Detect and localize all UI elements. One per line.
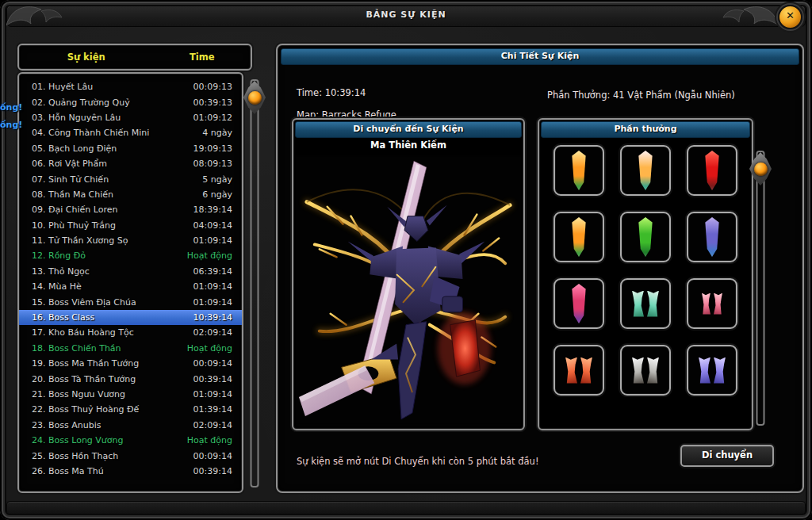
event-row-label: 22. Boss Thuỷ Hoàng Đế xyxy=(32,404,172,415)
event-row-time: 01:39:14 xyxy=(172,404,232,415)
event-row[interactable]: 23. Boss Anubis 02:09:14 xyxy=(19,418,242,433)
boss-image xyxy=(296,155,521,426)
event-row-time: 00:09:14 xyxy=(172,451,232,461)
event-row[interactable]: 11. Tử Thần Xương Sọ 01:09:14 xyxy=(19,233,242,248)
bottom-frame xyxy=(6,501,806,515)
event-row[interactable]: 15. Boss Viêm Địa Chúa 01:09:14 xyxy=(19,294,242,309)
reward-slot[interactable] xyxy=(620,145,671,196)
event-row[interactable]: 20. Boss Tà Thần Tướng 00:39:14 xyxy=(19,371,242,386)
footer-note: Sự kiện sẽ mở nút Di Chuyển khi còn 5 ph… xyxy=(297,456,539,467)
boss-illustration-icon xyxy=(296,155,521,425)
corner-ornament-icon xyxy=(5,2,63,29)
event-row-time: 06:39:14 xyxy=(172,266,232,277)
event-list: 01. Huyết Lâu 00:09:13 02. Quảng Trường … xyxy=(17,72,243,493)
event-time-text: Time: 10:39:14 xyxy=(297,87,366,98)
scrollbar-thumb[interactable] xyxy=(243,81,266,114)
corner-ornament-icon xyxy=(722,2,780,29)
reward-slot[interactable] xyxy=(553,145,604,196)
jewel-pink-icon xyxy=(555,280,603,327)
event-row[interactable]: 14. Mùa Hè 01:09:14 xyxy=(19,279,242,294)
event-row-time: 01:09:14 xyxy=(172,235,232,246)
event-row[interactable]: 08. Thần Ma Chiến 6 ngày xyxy=(19,187,242,202)
event-row[interactable]: 03. Hỗn Nguyên Lâu 01:09:12 xyxy=(19,110,242,125)
reward-slot[interactable] xyxy=(687,345,737,396)
scrollbar-track[interactable] xyxy=(251,79,259,488)
event-row-label: 10. Phù Thuỷ Trắng xyxy=(32,220,172,231)
scrollbar-thumb-ball xyxy=(754,162,768,176)
event-details-panel: Chi Tiết Sự Kiện Time: 10:39:14 Phần Thư… xyxy=(276,44,804,493)
event-row[interactable]: 04. Công Thành Chiến Mini 4 ngày xyxy=(19,125,242,140)
reward-slot[interactable] xyxy=(553,278,604,329)
event-row[interactable]: 22. Boss Thuỷ Hoàng Đế 01:39:14 xyxy=(19,402,242,417)
event-row-time: 00:39:13 xyxy=(172,98,232,108)
event-row-label: 12. Rồng Đỏ xyxy=(32,250,172,261)
close-icon: ✕ xyxy=(786,10,795,21)
event-row-time: 01:09:14 xyxy=(172,389,232,400)
boots-red-icon xyxy=(555,346,603,394)
event-row-label: 21. Boss Ngưu Vương xyxy=(32,389,172,400)
event-row-label: 14. Mùa Hè xyxy=(32,281,172,292)
event-row[interactable]: 18. Boss Chiến Thần Hoạt động xyxy=(19,341,242,356)
reward-slot[interactable] xyxy=(687,212,737,262)
event-row-label: 17. Kho Báu Hoàng Tộc xyxy=(32,327,172,338)
scrollbar-track[interactable] xyxy=(756,151,765,426)
event-row-label: 11. Tử Thần Xương Sọ xyxy=(32,235,172,246)
rewards-grid xyxy=(539,145,752,424)
reward-slot[interactable] xyxy=(687,278,737,329)
event-row-label: 24. Boss Long Vương xyxy=(32,435,172,445)
event-row-time: 10:39:14 xyxy=(172,312,232,323)
details-title: Chi Tiết Sự Kiện xyxy=(281,48,799,65)
event-row[interactable]: 05. Bạch Long Điện 19:09:13 xyxy=(19,141,242,156)
event-row-time: 01:09:14 xyxy=(172,281,232,292)
event-row[interactable]: 24. Boss Long Vương Hoạt động xyxy=(19,433,242,448)
event-row[interactable]: 16. Boss Class 10:39:14 xyxy=(19,310,242,325)
reward-slot[interactable] xyxy=(553,212,604,262)
column-header-time: Time xyxy=(153,52,251,63)
page-title: BẢNG SỰ KIỆN xyxy=(0,10,812,20)
event-row-time: 00:39:14 xyxy=(172,374,232,384)
event-row[interactable]: 02. Quảng Trường Quỷ 00:39:13 xyxy=(19,94,242,109)
side-notification[interactable]: ống! xyxy=(0,120,22,130)
event-row[interactable]: 09. Đại Chiến Loren 18:39:14 xyxy=(19,202,242,217)
event-row-time: 01:09:12 xyxy=(172,113,232,123)
event-row-time: 00:09:14 xyxy=(172,358,232,369)
event-row[interactable]: 25. Boss Hồn Thạch 00:09:14 xyxy=(19,448,242,463)
rewards-panel-title: Phần thưởng xyxy=(541,121,750,138)
event-row-label: 15. Boss Viêm Địa Chúa xyxy=(32,297,172,308)
event-row[interactable]: 17. Kho Báu Hoàng Tộc 02:09:14 xyxy=(19,325,242,340)
event-row-label: 25. Boss Hồn Thạch xyxy=(32,451,172,461)
reward-slot[interactable] xyxy=(553,345,604,396)
close-button[interactable]: ✕ xyxy=(778,5,802,29)
event-row-label: 13. Thỏ Ngọc xyxy=(32,266,172,277)
event-row-label: 18. Boss Chiến Thần xyxy=(32,343,172,354)
event-list-header: Sự kiện Time xyxy=(17,44,252,71)
event-row[interactable]: 12. Rồng Đỏ Hoạt động xyxy=(19,248,242,263)
jewel-orange-icon xyxy=(555,147,603,194)
event-row[interactable]: 21. Boss Ngưu Vương 01:09:14 xyxy=(19,387,242,402)
reward-slot[interactable] xyxy=(620,345,671,396)
rewards-scrollbar[interactable] xyxy=(753,151,768,426)
event-row[interactable]: 10. Phù Thuỷ Trắng 04:09:14 xyxy=(19,218,242,233)
move-button[interactable]: Di chuyển xyxy=(680,445,774,467)
event-row-time: 02:09:14 xyxy=(172,327,232,338)
boots-gray-icon xyxy=(622,346,669,394)
event-row[interactable]: 19. Boss Ma Thần Tướng 00:09:14 xyxy=(19,356,242,371)
event-row[interactable]: 06. Rơi Vật Phẩm 08:09:13 xyxy=(19,156,242,171)
boots-teal-icon xyxy=(622,280,669,327)
boots-violet-icon xyxy=(688,346,736,394)
event-row-label: 06. Rơi Vật Phẩm xyxy=(32,159,172,169)
boots-pink-icon xyxy=(688,280,736,327)
reward-slot[interactable] xyxy=(620,212,671,262)
reward-slot[interactable] xyxy=(620,278,671,329)
event-row-time: 00:39:14 xyxy=(172,466,232,476)
event-row[interactable]: 07. Sinh Tử Chiến 5 ngày xyxy=(19,171,242,186)
column-header-event: Sự kiện xyxy=(19,52,153,63)
side-notification[interactable]: ống! xyxy=(0,102,22,113)
event-row[interactable]: 01. Huyết Lâu 00:09:13 xyxy=(19,79,242,94)
reward-slot[interactable] xyxy=(687,145,737,196)
reward-count-text: Phần Thưởng: 41 Vật Phẩm (Ngẫu Nhiên) xyxy=(547,90,735,101)
event-row[interactable]: 13. Thỏ Ngọc 06:39:14 xyxy=(19,264,242,279)
event-row[interactable]: 26. Boss Ma Thú 00:39:14 xyxy=(19,464,242,479)
event-list-scrollbar[interactable] xyxy=(247,79,262,488)
scrollbar-thumb[interactable] xyxy=(749,152,772,185)
